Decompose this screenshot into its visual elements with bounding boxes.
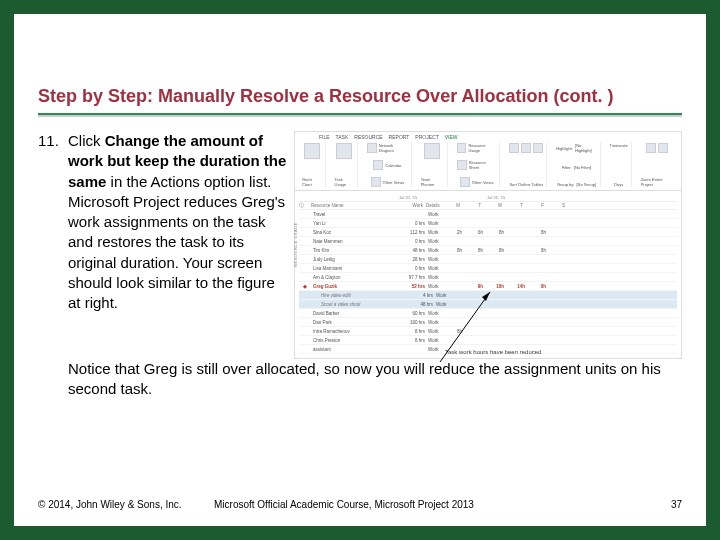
h-days: M T W T F S — [448, 203, 677, 208]
date1: Jul 20, '15 — [399, 195, 417, 200]
date-row: Jul 20, '15 Jul 26, '15 — [299, 195, 677, 202]
footer: © 2014, John Wiley & Sons, Inc. Microsof… — [38, 499, 682, 510]
page-number: 37 — [671, 499, 682, 510]
header-row: ⓘ Resource Name Work Details M T W T F S — [299, 202, 677, 210]
ribbon-group-network: Network Diagram Calendar Other Views — [364, 142, 411, 188]
gantt-label: Gantt Chart — [302, 177, 322, 187]
ribbon-group-filters: Highlight:[No Highlight] Filter:[No Filt… — [553, 142, 600, 188]
data-rows: TravelWorkYan Li0 hrsWorkSina Koc112 hrs… — [299, 210, 677, 354]
side-label: RESOURCE USAGE — [293, 222, 298, 267]
task-usage-label: Task Usage — [335, 177, 355, 187]
table-row: Hire video editi4 hrsWork — [299, 291, 677, 300]
table-row: Judy Lettig28 hrsWork — [299, 255, 677, 264]
network-icon — [367, 143, 377, 153]
title-underline — [38, 113, 682, 117]
tables-icon — [533, 143, 543, 153]
ribbon-group-taskusage: Task Usage — [332, 142, 359, 188]
tab-report: REPORT — [389, 134, 410, 140]
step-text: Click Change the amount of work but keep… — [68, 131, 288, 313]
h-det: Details — [426, 203, 448, 208]
date2: Jul 26, '15 — [487, 195, 505, 200]
ribbon-group-team: Team Planner — [418, 142, 448, 188]
table-row: David Barber60 hrsWork — [299, 309, 677, 318]
ribbon-group-resource: Resource Usage Resource Sheet Other View… — [454, 142, 500, 188]
ribbon-group-zoom: Zoom Entire Project — [638, 142, 677, 188]
table-row: Sina Koc112 hrsWork2h6h8h8h — [299, 228, 677, 237]
content-row: 11. Click Change the amount of work but … — [38, 131, 682, 359]
tab-task: TASK — [336, 134, 349, 140]
ribbon-group-gantt: Gantt Chart — [299, 142, 326, 188]
table-row: Dan Park160 hrsWork — [299, 318, 677, 327]
table-row: ◆Greg Guzik52 hrsWork9h10h14h0h — [299, 282, 677, 291]
outline-icon — [521, 143, 531, 153]
ribbon-group-timescale: Timescale Days — [607, 142, 632, 188]
tab-resource: RESOURCE — [354, 134, 382, 140]
tab-view: VIEW — [445, 134, 458, 140]
table-row: Am & Clayton97.7 hrsWork — [299, 273, 677, 282]
table-row: Nate Mammen0 hrsWork — [299, 237, 677, 246]
tab-project: PROJECT — [415, 134, 438, 140]
ribbon-group-sort: Sort Outline Tables — [506, 142, 547, 188]
figure-caption: Task work hours have been reduced — [445, 349, 541, 355]
table-row: Yan Li0 hrsWork — [299, 219, 677, 228]
calendar-icon — [373, 160, 383, 170]
other-icon — [371, 177, 381, 187]
ribbon: Gantt Chart Task Usage Network Diagram C… — [295, 140, 681, 191]
table-row: Tim Kim48 hrsWork8h8h8h8h — [299, 246, 677, 255]
step-pre: Click — [68, 132, 105, 149]
step-continuation: Notice that Greg is still over allocated… — [68, 359, 682, 400]
tab-file: FILE — [319, 134, 330, 140]
other2-icon — [460, 177, 470, 187]
screenshot-figure: FILE TASK RESOURCE REPORT PROJECT VIEW G… — [294, 131, 682, 359]
step-column: 11. Click Change the amount of work but … — [38, 131, 288, 313]
ribbon-tabs: FILE TASK RESOURCE REPORT PROJECT VIEW — [295, 132, 681, 140]
table-row: Chris Preston8 hrsWork — [299, 336, 677, 345]
h-name: Resource Name — [311, 203, 399, 208]
slide-title: Step by Step: Manually Resolve a Resourc… — [38, 86, 682, 107]
sort-label: Sort Outline Tables — [509, 182, 543, 187]
h-info: ⓘ — [299, 203, 311, 208]
table-row: TravelWork — [299, 210, 677, 219]
zoom-icon — [646, 143, 656, 153]
gantt-icon — [304, 143, 320, 159]
team-icon — [424, 143, 440, 159]
table-row: Lisa Marmiami0 hrsWork — [299, 264, 677, 273]
table-row: Scout a video shoot48 hrsWork — [299, 300, 677, 309]
slide: Step by Step: Manually Resolve a Resourc… — [0, 0, 720, 540]
entire-icon — [658, 143, 668, 153]
course-name: Microsoft Official Academic Course, Micr… — [214, 499, 474, 510]
resusage-icon — [457, 143, 467, 153]
h-work: Work — [399, 203, 426, 208]
step-number: 11. — [38, 131, 68, 313]
team-label: Team Planner — [421, 177, 444, 187]
ressheet-icon — [457, 160, 467, 170]
usage-grid: Jul 20, '15 Jul 26, '15 ⓘ Resource Name … — [295, 191, 681, 358]
sort-icon — [509, 143, 519, 153]
table-row: Intra Ramachenov8 hrsWork8h — [299, 327, 677, 336]
step-post: in the Actions option list. Microsoft Pr… — [68, 173, 285, 312]
task-usage-icon — [336, 143, 352, 159]
copyright: © 2014, John Wiley & Sons, Inc. — [38, 499, 182, 510]
zoom-label: Zoom Entire Project — [641, 177, 674, 187]
slide-content: Step by Step: Manually Resolve a Resourc… — [14, 14, 706, 400]
